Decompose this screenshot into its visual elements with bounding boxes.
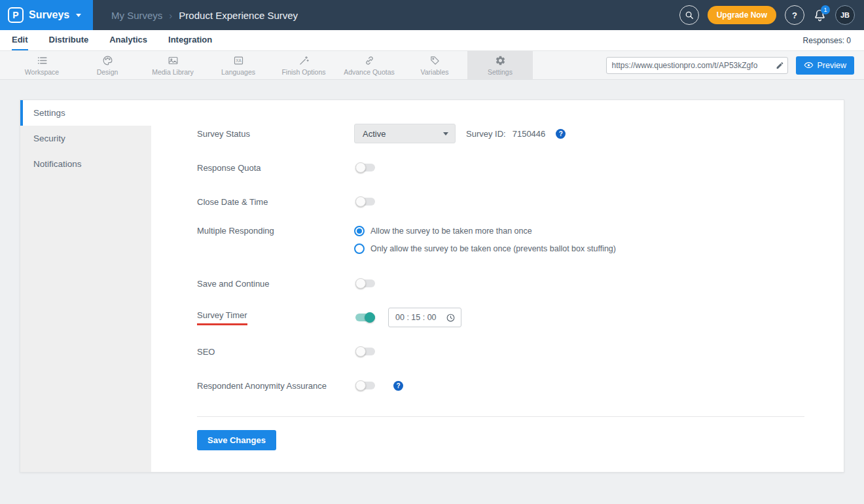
survey-id-label: Survey ID: (466, 129, 506, 139)
radio-allow-more-than-once[interactable]: Allow the survey to be taken more than o… (354, 226, 616, 236)
sidebar-item-security[interactable]: Security (20, 126, 151, 151)
toolbar-item-advance-quotas[interactable]: Advance Quotas (336, 51, 402, 79)
survey-timer-label: Survey Timer (197, 310, 354, 325)
toolbar-item-variables[interactable]: Variables (402, 51, 467, 79)
survey-timer-row: Survey Timer 00 : 15 : 00 (197, 308, 804, 327)
media-library-icon (168, 55, 179, 66)
toolbar-item-label: Finish Options (281, 68, 325, 76)
toolbar-item-label: Workspace (25, 68, 59, 76)
radio-icon (354, 226, 365, 236)
toolbar-item-label: Advance Quotas (344, 68, 395, 76)
search-button[interactable] (679, 5, 699, 25)
radio-option-label: Only allow the survey to be taken once (… (370, 244, 616, 253)
anonymity-label: Respondent Anonymity Assurance (197, 381, 354, 391)
seo-toggle[interactable] (355, 348, 375, 355)
survey-timer-input[interactable]: 00 : 15 : 00 (388, 308, 461, 327)
close-date-row: Close Date & Time (197, 192, 804, 211)
response-quota-label: Response Quota (197, 163, 354, 173)
responses-count: Responses: 0 (803, 30, 851, 50)
radio-icon (354, 243, 365, 254)
survey-status-row: Survey Status Active Survey ID: 7150446 … (197, 124, 804, 143)
topbar-actions: Upgrade Now ? 1 JB (679, 5, 864, 25)
survey-id-help-icon[interactable]: ? (556, 129, 566, 139)
notifications-button[interactable]: 1 (813, 9, 827, 22)
chain-link-icon (364, 55, 375, 66)
top-navigation-bar: P Surveys My Surveys › Product Experienc… (0, 0, 864, 30)
gear-icon (495, 55, 506, 66)
edit-url-pencil-icon[interactable] (776, 61, 784, 69)
magic-wand-icon (298, 55, 310, 66)
survey-section-tabs: Edit Distribute Analytics Integration Re… (0, 30, 864, 51)
close-date-label: Close Date & Time (197, 197, 354, 207)
response-quota-row: Response Quota (197, 158, 804, 177)
save-continue-row: Save and Continue (197, 274, 804, 293)
response-quota-toggle[interactable] (355, 164, 375, 171)
preview-button[interactable]: Preview (796, 56, 854, 75)
divider (197, 416, 804, 417)
clock-icon (446, 313, 456, 323)
survey-url-input[interactable] (606, 57, 788, 74)
avatar[interactable]: JB (835, 5, 855, 25)
languages-icon: XA (233, 55, 244, 66)
toolbar-item-label: Media Library (152, 68, 194, 76)
toolbar-item-languages[interactable]: XA Languages (206, 51, 271, 79)
toolbar-item-settings[interactable]: Settings (467, 51, 533, 79)
multiple-responding-row: Multiple Responding Allow the survey to … (197, 226, 804, 254)
close-date-toggle[interactable] (355, 198, 375, 206)
search-icon (685, 10, 694, 20)
edit-toolbar: Workspace Design Media Library XA La (0, 51, 864, 80)
toolbar-item-workspace[interactable]: Workspace (9, 51, 75, 79)
design-palette-icon (102, 55, 113, 66)
anonymity-toggle[interactable] (355, 382, 375, 389)
multiple-responding-options: Allow the survey to be taken more than o… (354, 226, 616, 254)
upgrade-now-button[interactable]: Upgrade Now (708, 6, 776, 24)
questionpro-logo: P (8, 7, 24, 23)
breadcrumb-current-survey: Product Experience Survey (179, 10, 298, 21)
svg-text:XA: XA (236, 58, 242, 62)
survey-timer-toggle[interactable] (355, 314, 375, 321)
toolbar-item-label: Settings (488, 68, 513, 76)
sidebar-item-notifications[interactable]: Notifications (20, 151, 151, 177)
help-icon: ? (792, 10, 797, 20)
survey-id-value: 7150446 (513, 129, 546, 139)
anonymity-row: Respondent Anonymity Assurance ? (197, 376, 804, 395)
breadcrumb-my-surveys[interactable]: My Surveys (111, 10, 162, 21)
seo-row: SEO (197, 342, 804, 361)
multiple-responding-label: Multiple Responding (197, 226, 354, 236)
tab-edit[interactable]: Edit (12, 30, 28, 50)
survey-url-wrap (606, 57, 788, 74)
tab-analytics[interactable]: Analytics (109, 30, 147, 50)
anonymity-help-icon[interactable]: ? (393, 381, 403, 391)
radio-option-label: Allow the survey to be taken more than o… (370, 226, 532, 236)
brand-label: Surveys (29, 9, 69, 21)
survey-status-value: Active (363, 129, 386, 139)
sidebar-item-settings[interactable]: Settings (20, 100, 151, 126)
toolbar-item-label: Languages (221, 68, 255, 76)
save-continue-toggle[interactable] (355, 279, 375, 287)
toolbar-item-label: Design (97, 68, 118, 76)
save-changes-button[interactable]: Save Changes (197, 430, 276, 450)
chevron-down-icon (76, 14, 81, 17)
breadcrumb: My Surveys › Product Experience Survey (111, 10, 298, 21)
survey-status-select[interactable]: Active (354, 124, 456, 143)
breadcrumb-separator: › (169, 10, 172, 21)
save-continue-label: Save and Continue (197, 279, 354, 289)
toolbar-item-media-library[interactable]: Media Library (140, 51, 206, 79)
help-button[interactable]: ? (785, 5, 804, 25)
workspace-icon (37, 55, 48, 66)
tag-icon (429, 55, 441, 66)
surveys-menu[interactable]: P Surveys (0, 0, 93, 30)
settings-panel: Survey Status Active Survey ID: 7150446 … (151, 100, 844, 472)
preview-label: Preview (818, 61, 846, 70)
toolbar-item-label: Variables (421, 68, 449, 76)
toolbar-item-finish-options[interactable]: Finish Options (271, 51, 336, 79)
eye-icon (804, 60, 814, 70)
toolbar-item-design[interactable]: Design (75, 51, 140, 79)
radio-only-once[interactable]: Only allow the survey to be taken once (… (354, 243, 616, 254)
tab-distribute[interactable]: Distribute (49, 30, 89, 50)
settings-sidebar: Settings Security Notifications (20, 100, 151, 472)
settings-page: Settings Security Notifications Survey S… (0, 80, 864, 504)
tab-integration[interactable]: Integration (168, 30, 212, 50)
notification-badge: 1 (821, 5, 830, 14)
settings-card: Settings Security Notifications Survey S… (20, 99, 844, 473)
